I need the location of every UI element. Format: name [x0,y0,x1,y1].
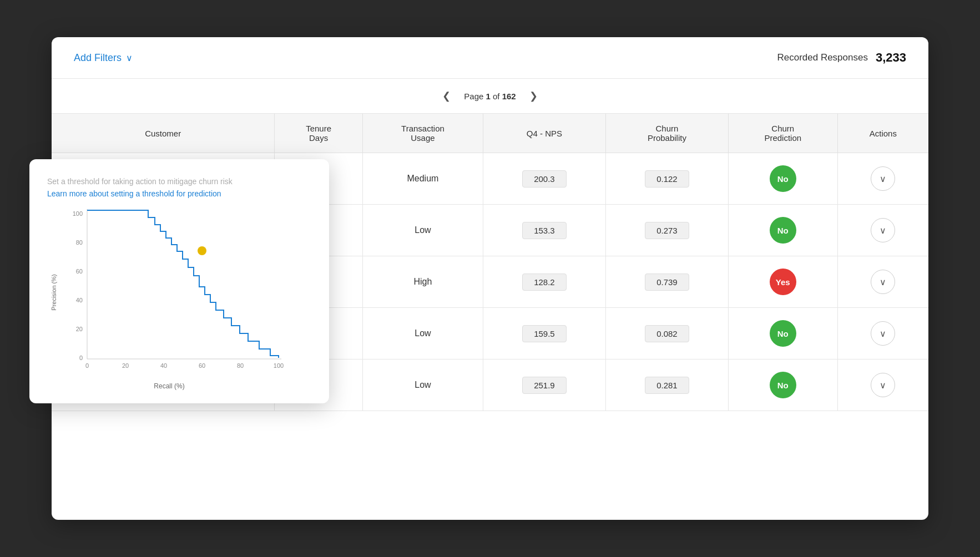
cell-churn-prediction: No [728,308,837,359]
svg-text:20: 20 [76,326,83,332]
chart-overlay-title: Set a threshold for taking action to mit… [47,177,311,186]
cell-churn-probability: 0.739 [605,256,728,308]
cell-q4-nps: 153.3 [483,205,605,256]
svg-text:100: 100 [73,210,83,217]
svg-text:100: 100 [274,362,284,369]
cell-churn-prediction: Yes [728,256,837,308]
action-dropdown-button[interactable]: ∨ [871,373,895,397]
cell-churn-probability: 0.281 [605,359,728,411]
svg-text:0: 0 [79,355,83,361]
col-header-churn-probability: ChurnProbability [605,114,728,153]
cell-actions: ∨ [837,359,928,411]
svg-text:60: 60 [76,268,83,275]
add-filters-label: Add Filters [74,52,122,64]
cell-churn-probability: 0.082 [605,308,728,359]
pagination-text: Page 1 of 162 [464,92,516,101]
cell-churn-probability: 0.122 [605,153,728,205]
cell-churn-prediction: No [728,205,837,256]
svg-text:60: 60 [199,362,205,369]
cell-actions: ∨ [837,308,928,359]
add-filters-button[interactable]: Add Filters ∨ [74,52,133,64]
cell-transaction-usage: High [362,256,483,308]
col-header-transaction-usage: TransactionUsage [362,114,483,153]
cell-transaction-usage: Low [362,359,483,411]
chart-overlay-panel: Set a threshold for taking action to mit… [29,159,329,403]
action-dropdown-button[interactable]: ∨ [871,166,895,191]
action-dropdown-button[interactable]: ∨ [871,218,895,242]
total-pages: 162 [502,92,516,101]
action-dropdown-button[interactable]: ∨ [871,321,895,346]
col-header-customer: Customer [52,114,275,153]
action-dropdown-button[interactable]: ∨ [871,270,895,294]
cell-churn-prediction: No [728,153,837,205]
cell-transaction-usage: Low [362,308,483,359]
cell-transaction-usage: Medium [362,153,483,205]
col-header-tenure-days: TenureDays [275,114,363,153]
cell-q4-nps: 159.5 [483,308,605,359]
cell-actions: ∨ [837,153,928,205]
svg-text:80: 80 [76,239,83,246]
recorded-responses-label: Recorded Responses [777,52,867,63]
chevron-down-icon: ∨ [126,53,133,63]
current-page: 1 [486,92,490,101]
svg-text:0: 0 [85,362,89,369]
recorded-responses-count: 3,233 [876,50,906,65]
svg-text:40: 40 [160,362,167,369]
cell-q4-nps: 251.9 [483,359,605,411]
next-page-button[interactable]: ❯ [525,88,542,104]
svg-text:80: 80 [237,362,244,369]
cell-churn-prediction: No [728,359,837,411]
table-header-row: Customer TenureDays TransactionUsage Q4 … [52,114,928,153]
threshold-dot[interactable] [198,246,206,255]
col-header-churn-prediction: ChurnPrediction [728,114,837,153]
svg-text:40: 40 [76,297,83,303]
header: Add Filters ∨ Recorded Responses 3,233 [52,37,928,79]
chart-overlay-link[interactable]: Learn more about setting a threshold for… [47,189,311,198]
cell-q4-nps: 128.2 [483,256,605,308]
pagination-bar: ❮ Page 1 of 162 ❯ [52,79,928,114]
col-header-actions: Actions [837,114,928,153]
svg-text:20: 20 [122,362,129,369]
prev-page-button[interactable]: ❮ [438,88,455,104]
main-card: Add Filters ∨ Recorded Responses 3,233 ❮… [52,37,928,520]
precision-recall-chart: 0 20 40 60 80 100 0 20 40 60 80 100 [65,209,287,376]
cell-churn-probability: 0.273 [605,205,728,256]
x-axis-label: Recall (%) [47,382,291,390]
cell-actions: ∨ [837,205,928,256]
recorded-responses-section: Recorded Responses 3,233 [777,50,906,65]
cell-transaction-usage: Low [362,205,483,256]
cell-q4-nps: 200.3 [483,153,605,205]
cell-actions: ∨ [837,256,928,308]
col-header-q4-nps: Q4 - NPS [483,114,605,153]
y-axis-label: Precision (%) [50,274,57,310]
